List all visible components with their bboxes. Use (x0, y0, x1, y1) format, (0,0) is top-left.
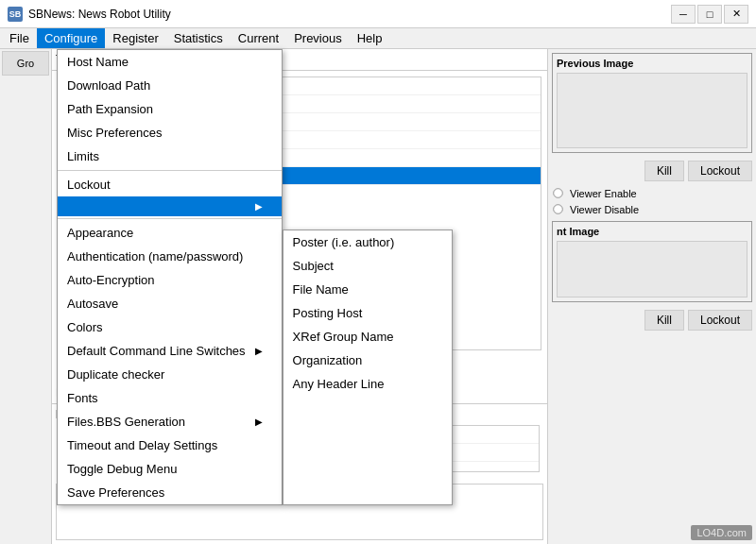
maximize-button[interactable]: □ (697, 5, 722, 24)
lockout-button[interactable]: Lockout (688, 161, 752, 181)
title-bar-left: SB SBNews: News Robot Utility (8, 7, 171, 22)
menu-miscprefs[interactable]: Misc Preferences (58, 121, 282, 144)
menu-fonts[interactable]: Files.BBS Generation ▶ (58, 410, 282, 434)
tab-gro[interactable]: Gro (2, 51, 49, 76)
lockout-submenu: Poster (i.e. author) Subject File Name P… (283, 230, 453, 505)
menu-timeout[interactable]: Toggle Debug Menu (58, 457, 282, 481)
sub-anyheader[interactable]: Any Header Line (284, 372, 452, 396)
menu-previous[interactable]: Previous (286, 28, 350, 48)
menu-toggledebug[interactable]: Save Preferences (58, 481, 282, 504)
menu-dupchecker[interactable]: Fonts (58, 386, 282, 410)
watermark: LO4D.com (691, 525, 752, 540)
sub-organization[interactable]: Organization (284, 348, 452, 372)
sub-subject[interactable]: Subject (284, 254, 452, 278)
right-panel: Previous Image Kill Lockout Viewer Enabl… (548, 49, 756, 544)
viewer-disable-label: Viewer Disable (570, 204, 639, 215)
close-button[interactable]: ✕ (724, 5, 748, 24)
separator-1 (58, 170, 282, 171)
kill-button-2[interactable]: Kill (644, 310, 684, 331)
window-controls: ─ □ ✕ (671, 5, 748, 24)
colors-arrow: ▶ (255, 346, 263, 356)
previous-image-section: Previous Image (552, 53, 752, 153)
dropdown-container: Host Name Download Path Path Expansion M… (57, 49, 453, 505)
next-image-section: nt Image (552, 221, 752, 302)
menu-autosave[interactable]: Colors (58, 315, 282, 339)
menu-autoencrypt[interactable]: Autosave (58, 292, 282, 315)
minimize-button[interactable]: ─ (671, 5, 696, 24)
viewer-disable-row: Viewer Disable (548, 201, 756, 217)
lockout-button-2[interactable]: Lockout (688, 310, 752, 331)
sub-postinghost[interactable]: Posting Host (284, 301, 452, 325)
window-title: SBNews: News Robot Utility (28, 8, 171, 21)
menu-appearance[interactable]: Authentication (name/password) (58, 245, 282, 268)
viewer-disable-radio[interactable] (553, 204, 562, 213)
fonts-arrow: ▶ (255, 416, 263, 427)
menu-auth[interactable]: Auto-Encryption (58, 268, 282, 292)
menu-acceptmask[interactable]: Appearance (58, 221, 282, 245)
menu-statistics[interactable]: Statistics (166, 28, 231, 48)
menu-downloadpath[interactable]: Download Path (58, 74, 282, 97)
menu-file[interactable]: File (2, 28, 37, 48)
next-image-title: nt Image (557, 226, 747, 237)
kill-button[interactable]: Kill (644, 161, 684, 181)
menu-lockout[interactable]: ▶ (58, 196, 282, 216)
menu-bar: File Configure Register Statistics Curre… (0, 28, 756, 49)
configure-menu: Host Name Download Path Path Expansion M… (57, 49, 283, 505)
submenu-arrow: ▶ (255, 201, 263, 212)
viewer-enable-radio[interactable] (553, 188, 562, 197)
sub-poster[interactable]: Poster (i.e. author) (284, 230, 452, 254)
previous-image-title: Previous Image (557, 58, 747, 69)
menu-searchkw[interactable]: Lockout (58, 173, 282, 196)
menu-defaultcmd[interactable]: Duplicate checker (58, 363, 282, 386)
menu-pathexpansion[interactable]: Path Expansion (58, 97, 282, 121)
sub-xrefgroup[interactable]: XRef Group Name (284, 325, 452, 348)
menu-colors[interactable]: Default Command Line Switches ▶ (58, 339, 282, 363)
app-icon: SB (8, 7, 23, 22)
menu-configure[interactable]: Configure (37, 28, 105, 48)
viewer-options: Viewer Enable (548, 185, 756, 201)
viewer-enable-label: Viewer Enable (570, 188, 637, 199)
sub-filename[interactable]: File Name (284, 278, 452, 301)
left-panel: Gro (0, 49, 52, 544)
separator-2 (58, 218, 282, 219)
menu-filesbbs[interactable]: Timeout and Delay Settings (58, 434, 282, 457)
right-action-buttons: Kill Lockout (548, 157, 756, 185)
menu-current[interactable]: Current (231, 28, 286, 48)
title-bar: SB SBNews: News Robot Utility ─ □ ✕ (0, 0, 756, 28)
menu-help[interactable]: Help (350, 28, 390, 48)
right-action-buttons-2: Kill Lockout (548, 306, 756, 334)
menu-limits[interactable]: Limits (58, 144, 282, 168)
menu-register[interactable]: Register (105, 28, 165, 48)
menu-hostname[interactable]: Host Name (58, 50, 282, 74)
